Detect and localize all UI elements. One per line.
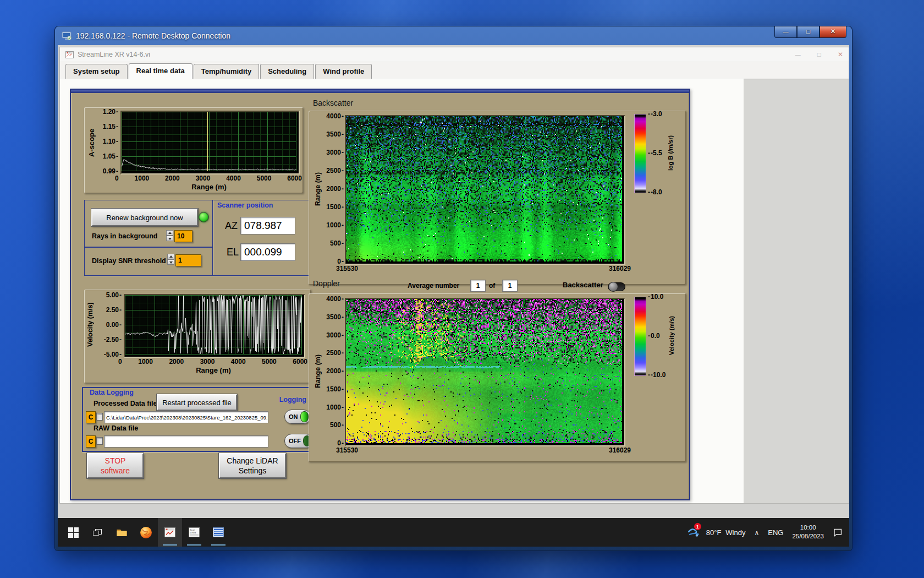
raw-path-browse-icon[interactable] [96, 437, 103, 445]
tick-label: 3500 [326, 130, 344, 138]
app-minimize-button[interactable] [795, 51, 801, 58]
tick-label: -5.5 [648, 149, 662, 157]
maximize-button[interactable] [797, 26, 820, 38]
app-title: StreamLine XR v14-6.vi [78, 51, 150, 58]
file-explorer-button[interactable] [109, 518, 134, 547]
ascope-x-axis-label: Range (m) [120, 183, 298, 191]
ascope-graph-group: A-scope 1.201.151.101.050.99 01000200030… [84, 107, 303, 193]
of-label: of [489, 282, 495, 290]
tick-label: 3000 [196, 175, 211, 182]
tick-label: 0 [115, 175, 119, 182]
tray-expand-chevron-icon[interactable] [754, 528, 759, 537]
average-total-input[interactable]: 1 [502, 280, 518, 292]
app-restore-button[interactable] [817, 51, 821, 58]
start-button[interactable] [61, 518, 85, 547]
stop-software-button[interactable]: STOP software [87, 453, 144, 478]
tab-wind-profile[interactable]: Wind profile [315, 64, 372, 79]
tick-label: 0.99 [103, 167, 118, 175]
restart-processed-file-label: Restart processed file [162, 399, 232, 407]
toggle-knob [608, 282, 618, 292]
backscatter-toggle-switch[interactable] [608, 282, 625, 291]
tick-label: 1000 [135, 175, 150, 182]
tab-real-time-data[interactable]: Real time data [129, 63, 193, 79]
doppler-colorbar-label: Velocity (m/s) [668, 297, 675, 375]
raw-drive-letter[interactable]: C [86, 435, 96, 448]
close-icon [830, 28, 835, 35]
velocity-plot [124, 294, 305, 358]
tick-label: 5000 [262, 358, 277, 366]
app-close-button[interactable] [838, 51, 843, 58]
average-number-label: Average number [408, 282, 459, 290]
tick-label: 1000 [326, 403, 344, 411]
snr-value-field[interactable]: 1 [175, 254, 201, 266]
tick-label: 2000 [326, 185, 344, 193]
rays-value-field[interactable]: 10 [174, 230, 193, 242]
tick-label: 4000 [326, 295, 344, 303]
striped-list-icon [212, 527, 224, 538]
notification-center-icon[interactable] [833, 528, 843, 537]
restart-processed-file-button[interactable]: Restart processed file [157, 394, 237, 411]
scanner-position-title: Scanner position [217, 201, 273, 209]
tick-label: -2.50 [104, 336, 122, 343]
velocity-graph-group: Velocity (m/s) 5.002.500.00-2.50-5.00 01… [84, 290, 311, 383]
tab-system-setup[interactable]: System setup [65, 64, 128, 79]
remote-desktop-area: StreamLine XR v14-6.vi System setup Real… [58, 45, 849, 547]
renew-background-button[interactable]: Renew background now [91, 209, 198, 226]
firefox-icon [140, 526, 152, 539]
data-viewer-taskbar-button[interactable] [206, 518, 230, 547]
svg-text:sched: sched [190, 531, 196, 534]
processed-path-browse-icon[interactable] [96, 413, 103, 421]
windows-logo-icon [68, 527, 79, 538]
change-lidar-settings-button[interactable]: Change LiDAR Settings [219, 453, 286, 478]
el-value-field[interactable]: 000.099 [240, 243, 295, 261]
backscatter-colorbar [634, 114, 646, 193]
tick-label: 0.0 [648, 332, 660, 340]
close-button[interactable] [820, 26, 846, 38]
backscatter-plot [345, 115, 625, 265]
rays-spinner[interactable] [166, 230, 173, 241]
tick-label: 10.0 [648, 293, 663, 301]
tick-label: 2000 [169, 358, 184, 366]
processed-path-field[interactable]: C:\Lidar\Data\Proc\2023\202308\20230825\… [104, 411, 268, 423]
velocity-y-ticks: 5.002.500.00-2.50-5.00 [96, 291, 122, 358]
raw-path-field[interactable] [104, 435, 268, 448]
weather-widget[interactable]: 1 80°F Windy [688, 527, 746, 538]
tick-label: 2500 [326, 349, 344, 357]
ascope-y-ticks: 1.201.151.101.050.99 [95, 108, 118, 175]
backscatter-x-end: 316029 [609, 265, 631, 272]
firefox-button[interactable] [134, 518, 158, 547]
task-view-button[interactable] [85, 518, 109, 547]
taskbar-clock[interactable]: 10:00 25/08/2023 [792, 524, 824, 541]
minimize-button[interactable] [774, 26, 797, 38]
processed-logging-on-switch[interactable]: ON [284, 410, 311, 424]
vi-app-icon [65, 51, 74, 59]
vi-front-panel: A-scope 1.201.151.101.050.99 01000200030… [60, 79, 744, 503]
rdp-titlebar[interactable]: 192.168.0.122 - Remote Desktop Connectio… [55, 26, 852, 45]
language-indicator[interactable]: ENG [768, 528, 783, 537]
tab-temp-humidity[interactable]: Temp/humidity [194, 64, 259, 79]
el-label: EL [227, 247, 239, 258]
az-value-field[interactable]: 078.987 [240, 217, 295, 235]
doppler-x-range: 315530 316029 [336, 446, 631, 454]
doppler-graph-group: Range (m) 400035003000250020001500100050… [309, 293, 686, 462]
scan-schedule-taskbar-button[interactable]: Scan sched [182, 518, 206, 547]
tick-label: -10.0 [648, 371, 666, 379]
app-titlebar[interactable]: StreamLine XR v14-6.vi [60, 47, 849, 62]
tick-label: 1.15 [103, 123, 118, 130]
average-number-input[interactable]: 1 [470, 280, 486, 292]
tick-label: -8.0 [648, 188, 662, 196]
tick-label: 2000 [326, 367, 344, 375]
tick-label: 500 [330, 239, 344, 247]
task-view-icon [92, 527, 103, 537]
processed-drive-letter[interactable]: C [86, 411, 96, 423]
doppler-colorbar [634, 297, 646, 376]
tick-label: 2500 [326, 167, 344, 175]
tick-label: 6000 [293, 358, 307, 366]
backscatter-title: Backscatter [313, 99, 353, 107]
tab-strip: System setup Real time data Temp/humidit… [60, 62, 849, 79]
tick-label: 3000 [326, 149, 344, 156]
streamline-taskbar-button[interactable] [158, 518, 182, 547]
on-lamp-icon [300, 411, 309, 422]
tab-scheduling[interactable]: Scheduling [260, 64, 314, 79]
snr-spinner[interactable] [167, 254, 174, 265]
